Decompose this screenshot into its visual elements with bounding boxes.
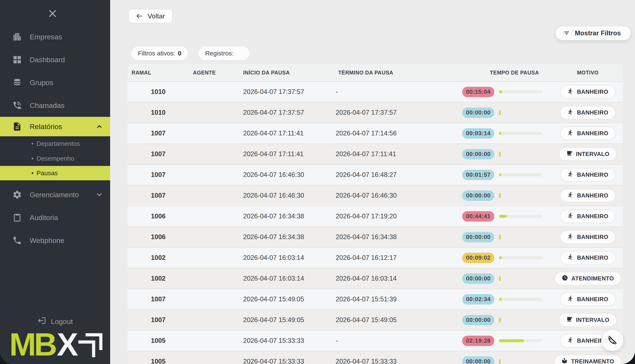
pause-duration-badge: 00:00:00	[462, 232, 494, 242]
termino-pausa-cell: 2026-04-07 16:12:17	[334, 254, 460, 262]
inicio-pausa-cell: 2026-04-07 17:37:57	[238, 88, 334, 96]
tempo-pausa-cell: 00:02:34	[460, 294, 553, 304]
table-row: 10072026-04-07 17:11:412026-04-07 17:14:…	[128, 123, 623, 144]
ramal-cell: 1007	[128, 296, 189, 303]
close-sidebar-button[interactable]	[48, 8, 58, 18]
pause-duration-badge: 00:15:04	[462, 87, 494, 97]
sidebar-item-grupos[interactable]: Grupos	[0, 71, 110, 94]
motivo-button[interactable]: BANHEIRO	[560, 189, 615, 202]
sidebar-item-label: Relatórios	[30, 122, 62, 131]
pause-duration-badge: 00:00:00	[462, 274, 494, 284]
ramal-cell: 1002	[128, 275, 189, 282]
pause-progress-fill	[499, 173, 501, 176]
sidebar-item-webphone[interactable]: Webphone	[0, 229, 110, 252]
pause-duration-badge: 00:09:02	[462, 253, 494, 263]
tempo-pausa-cell: 00:00:00	[460, 274, 553, 284]
motivo-label: BANHEIRO	[577, 172, 608, 178]
inicio-pausa-cell: 2026-04-07 17:11:41	[238, 130, 334, 137]
back-button[interactable]: Voltar	[128, 9, 173, 23]
column-header-1: RAMAL	[128, 70, 189, 76]
table-row: 10072026-04-07 16:46:302026-04-07 16:48:…	[128, 164, 623, 185]
inicio-pausa-cell: 2026-04-07 15:33:33	[238, 358, 334, 364]
motivo-button[interactable]: INTERVALO	[559, 313, 616, 327]
tempo-pausa-cell: 00:00:00	[460, 149, 553, 159]
tempo-pausa-cell: 00:00:00	[460, 190, 553, 201]
motivo-label: BANHEIRO	[577, 296, 608, 303]
logout-icon	[37, 316, 46, 327]
run-icon	[567, 296, 573, 303]
motivo-button[interactable]: BANHEIRO	[560, 292, 615, 306]
motivo-button[interactable]: BANHEIRO	[560, 210, 615, 223]
report-icon	[12, 122, 22, 132]
sidebar-subitem-pausas[interactable]: •Pausas	[0, 166, 110, 180]
ramal-cell: 1002	[128, 254, 189, 262]
sidebar-subitem-departamentos[interactable]: •Departamentos	[0, 136, 110, 151]
motivo-button[interactable]: BANHEIRO	[560, 251, 615, 264]
records-label: Registros:	[205, 50, 234, 57]
logout-button[interactable]: Logout	[0, 316, 110, 327]
sidebar-item-gerenciamento[interactable]: Gerenciamento	[0, 183, 110, 206]
ramal-cell: 1006	[128, 233, 189, 241]
sidebar-item-dashboard[interactable]: Dashboard	[0, 48, 110, 71]
clock-icon	[562, 275, 568, 282]
motivo-button[interactable]: TREINAMENTO	[554, 355, 621, 364]
table-row: 10072026-04-07 15:49:052026-04-07 15:49:…	[128, 310, 623, 330]
run-icon	[567, 337, 573, 345]
inicio-pausa-cell: 2026-04-07 15:49:05	[238, 316, 334, 324]
motivo-button[interactable]: BANHEIRO	[560, 168, 615, 182]
motivo-cell: BANHEIRO	[553, 251, 623, 264]
pause-duration-badge: 00:00:00	[462, 108, 494, 118]
logo-bracket-inner	[78, 342, 94, 357]
bullet-icon: •	[31, 140, 34, 147]
sidebar-item-label: Grupos	[30, 78, 53, 87]
ramal-cell: 1007	[128, 150, 189, 158]
motivo-label: BANHEIRO	[577, 130, 608, 137]
show-filters-button[interactable]: Mostrar Filtros	[556, 26, 631, 40]
sidebar-subitem-desempenho[interactable]: •Desempenho	[0, 151, 110, 166]
motivo-button[interactable]: BANHEIRO	[560, 230, 615, 244]
pause-progress-fill	[499, 193, 501, 198]
inicio-pausa-cell: 2026-04-07 16:34:38	[238, 212, 334, 220]
logout-label: Logout	[51, 318, 73, 326]
motivo-button[interactable]: BANHEIRO	[560, 126, 615, 140]
sidebar-item-label: Chamadas	[30, 101, 64, 110]
sidebar-item-chamadas[interactable]: Chamadas	[0, 94, 110, 117]
pause-progress-fill	[499, 298, 502, 301]
tempo-pausa-cell: 00:15:04	[460, 87, 553, 97]
ramal-cell: 1007	[128, 192, 189, 199]
motivo-button[interactable]: ATENDIMENTO	[554, 272, 621, 285]
motivo-button[interactable]: BANHEIRO	[560, 106, 615, 119]
pause-progress-fill	[499, 318, 501, 322]
table-row: 10022026-04-07 16:03:142026-04-07 16:03:…	[128, 268, 623, 289]
motivo-button[interactable]: INTERVALO	[559, 147, 616, 161]
motivo-cell: BANHEIRO	[553, 85, 623, 98]
pause-duration-badge: 00:01:57	[462, 170, 494, 180]
bullet-icon: •	[31, 155, 34, 162]
termino-pausa-cell: 2026-04-07 17:37:57	[334, 109, 460, 116]
pause-duration-badge: 00:00:00	[462, 315, 494, 325]
tempo-pausa-cell: 00:00:00	[460, 315, 553, 325]
filter-icon	[563, 30, 570, 36]
motivo-cell: BANHEIRO	[553, 168, 623, 182]
sidebar-item-empresas[interactable]: Empresas	[0, 26, 110, 48]
motivo-label: BANHEIRO	[577, 192, 608, 199]
mbx-logo: MB X	[9, 330, 107, 360]
table-row: 10072026-04-07 15:49:052026-04-07 15:51:…	[128, 289, 623, 310]
dashboard-icon	[12, 55, 22, 64]
table-row: 10052026-04-07 15:33:332026-04-07 15:33:…	[128, 351, 623, 364]
sidebar-item-auditoria[interactable]: Auditoria	[0, 206, 110, 229]
clipboard-icon	[12, 213, 22, 222]
ramal-cell: 1007	[128, 130, 189, 137]
table-row: 10022026-04-07 16:03:142026-04-07 16:12:…	[128, 247, 623, 268]
bullet-icon: •	[31, 170, 34, 177]
building-icon	[12, 32, 22, 42]
app-frame: EmpresasDashboardGruposChamadasRelatório…	[0, 0, 635, 364]
sidebar-item-relatórios[interactable]: Relatórios	[0, 117, 110, 136]
table-row: 10052026-04-07 15:33:33-02:19:28BANHEIRO	[128, 330, 623, 351]
table-row: 10102026-04-07 17:37:572026-04-07 17:37:…	[128, 102, 623, 123]
pause-progress-bar	[499, 339, 542, 342]
webphone-fab-button[interactable]	[601, 330, 623, 351]
phone-icon	[12, 236, 22, 245]
sidebar-subitem-label: Desempenho	[37, 155, 74, 162]
motivo-button[interactable]: BANHEIRO	[560, 85, 615, 98]
